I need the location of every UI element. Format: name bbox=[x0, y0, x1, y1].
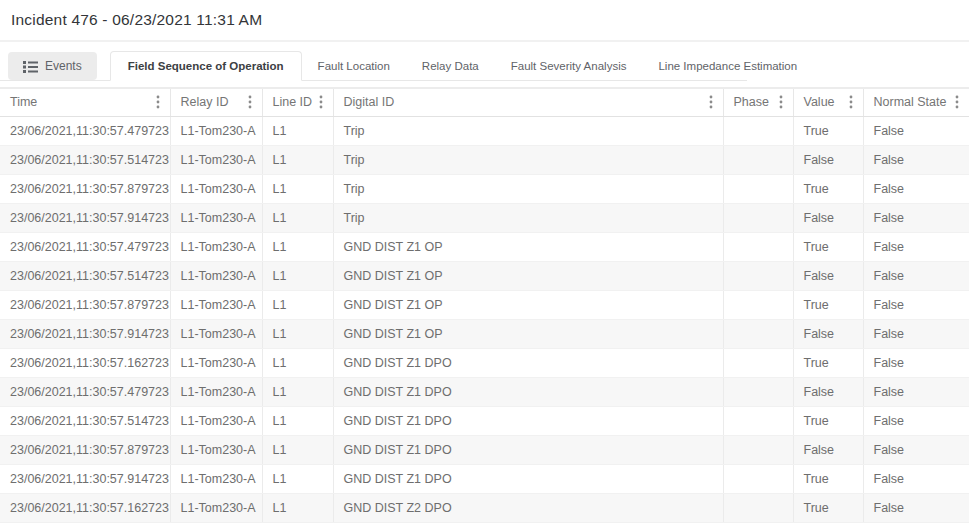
cell-time: 23/06/2021,11:30:57.162723 bbox=[0, 493, 170, 522]
table-row[interactable]: 23/06/2021,11:30:57.879723L1-Tom230-AL1T… bbox=[0, 174, 969, 203]
cell-line-id: L1 bbox=[262, 203, 333, 232]
column-menu-icon[interactable] bbox=[155, 93, 161, 111]
cell-relay-id: L1-Tom230-A bbox=[170, 145, 262, 174]
cell-time: 23/06/2021,11:30:57.914723 bbox=[0, 464, 170, 493]
column-menu-icon[interactable] bbox=[848, 93, 854, 111]
cell-time: 23/06/2021,11:30:57.479723 bbox=[0, 377, 170, 406]
table-row[interactable]: 23/06/2021,11:30:57.879723L1-Tom230-AL1G… bbox=[0, 435, 969, 464]
table-row[interactable]: 23/06/2021,11:30:57.914723L1-Tom230-AL1T… bbox=[0, 203, 969, 232]
cell-digital-id: GND DIST Z1 DPO bbox=[333, 348, 723, 377]
column-menu-icon[interactable] bbox=[708, 93, 714, 111]
cell-normal-state: False bbox=[863, 290, 969, 319]
column-header-digital-id[interactable]: Digital ID bbox=[333, 88, 723, 116]
cell-phase bbox=[723, 203, 793, 232]
tab-line-impedance-estimation[interactable]: Line Impedance Estimation bbox=[642, 52, 813, 80]
cell-phase bbox=[723, 232, 793, 261]
table-body: 23/06/2021,11:30:57.479723L1-Tom230-AL1T… bbox=[0, 116, 969, 522]
cell-normal-state: False bbox=[863, 203, 969, 232]
table-row[interactable]: 23/06/2021,11:30:57.914723L1-Tom230-AL1G… bbox=[0, 319, 969, 348]
tab-fault-location[interactable]: Fault Location bbox=[302, 52, 406, 80]
cell-digital-id: GND DIST Z1 DPO bbox=[333, 377, 723, 406]
column-header-value[interactable]: Value bbox=[793, 88, 863, 116]
cell-normal-state: False bbox=[863, 116, 969, 145]
cell-line-id: L1 bbox=[262, 232, 333, 261]
column-header-label: Digital ID bbox=[344, 95, 395, 109]
cell-relay-id: L1-Tom230-A bbox=[170, 435, 262, 464]
cell-time: 23/06/2021,11:30:57.514723 bbox=[0, 261, 170, 290]
cell-line-id: L1 bbox=[262, 145, 333, 174]
cell-relay-id: L1-Tom230-A bbox=[170, 348, 262, 377]
cell-time: 23/06/2021,11:30:57.162723 bbox=[0, 348, 170, 377]
cell-time: 23/06/2021,11:30:57.879723 bbox=[0, 174, 170, 203]
cell-phase bbox=[723, 406, 793, 435]
cell-phase bbox=[723, 377, 793, 406]
events-button[interactable]: Events bbox=[8, 52, 97, 80]
cell-value: False bbox=[793, 319, 863, 348]
cell-normal-state: False bbox=[863, 145, 969, 174]
table-row[interactable]: 23/06/2021,11:30:57.162723L1-Tom230-AL1G… bbox=[0, 348, 969, 377]
cell-normal-state: False bbox=[863, 319, 969, 348]
cell-value: False bbox=[793, 261, 863, 290]
cell-line-id: L1 bbox=[262, 377, 333, 406]
cell-digital-id: Trip bbox=[333, 174, 723, 203]
table-row[interactable]: 23/06/2021,11:30:57.879723L1-Tom230-AL1G… bbox=[0, 290, 969, 319]
cell-phase bbox=[723, 145, 793, 174]
cell-time: 23/06/2021,11:30:57.479723 bbox=[0, 116, 170, 145]
page-title: Incident 476 - 06/23/2021 11:31 AM bbox=[11, 11, 969, 29]
column-header-relay-id[interactable]: Relay ID bbox=[170, 88, 262, 116]
cell-digital-id: Trip bbox=[333, 145, 723, 174]
cell-line-id: L1 bbox=[262, 261, 333, 290]
table-row[interactable]: 23/06/2021,11:30:57.514723L1-Tom230-AL1T… bbox=[0, 145, 969, 174]
table-row[interactable]: 23/06/2021,11:30:57.162723L1-Tom230-AL1G… bbox=[0, 493, 969, 522]
cell-relay-id: L1-Tom230-A bbox=[170, 116, 262, 145]
tab-fault-severity-analysis[interactable]: Fault Severity Analysis bbox=[495, 52, 643, 80]
events-grid: Time Relay ID Line ID bbox=[0, 87, 969, 523]
tab-strip: Events Field Sequence of Operation Fault… bbox=[0, 46, 747, 81]
cell-relay-id: L1-Tom230-A bbox=[170, 464, 262, 493]
cell-normal-state: False bbox=[863, 464, 969, 493]
column-header-time[interactable]: Time bbox=[0, 88, 170, 116]
cell-value: True bbox=[793, 232, 863, 261]
tab-relay-data[interactable]: Relay Data bbox=[406, 52, 495, 80]
cell-digital-id: Trip bbox=[333, 203, 723, 232]
table-row[interactable]: 23/06/2021,11:30:57.914723L1-Tom230-AL1G… bbox=[0, 464, 969, 493]
cell-normal-state: False bbox=[863, 232, 969, 261]
cell-relay-id: L1-Tom230-A bbox=[170, 319, 262, 348]
cell-digital-id: GND DIST Z1 DPO bbox=[333, 435, 723, 464]
cell-line-id: L1 bbox=[262, 116, 333, 145]
cell-time: 23/06/2021,11:30:57.879723 bbox=[0, 290, 170, 319]
cell-relay-id: L1-Tom230-A bbox=[170, 493, 262, 522]
table-row[interactable]: 23/06/2021,11:30:57.514723L1-Tom230-AL1G… bbox=[0, 261, 969, 290]
table-row[interactable]: 23/06/2021,11:30:57.479723L1-Tom230-AL1G… bbox=[0, 232, 969, 261]
cell-line-id: L1 bbox=[262, 435, 333, 464]
column-header-normal-state[interactable]: Normal State bbox=[863, 88, 969, 116]
cell-line-id: L1 bbox=[262, 464, 333, 493]
table-row[interactable]: 23/06/2021,11:30:57.479723L1-Tom230-AL1T… bbox=[0, 116, 969, 145]
cell-relay-id: L1-Tom230-A bbox=[170, 174, 262, 203]
column-menu-icon[interactable] bbox=[247, 93, 253, 111]
cell-relay-id: L1-Tom230-A bbox=[170, 261, 262, 290]
table-row[interactable]: 23/06/2021,11:30:57.514723L1-Tom230-AL1G… bbox=[0, 406, 969, 435]
cell-phase bbox=[723, 493, 793, 522]
events-button-label: Events bbox=[45, 59, 82, 73]
events-table: Time Relay ID Line ID bbox=[0, 87, 969, 523]
cell-time: 23/06/2021,11:30:57.914723 bbox=[0, 319, 170, 348]
column-menu-icon[interactable] bbox=[318, 93, 324, 111]
column-header-label: Line ID bbox=[273, 95, 313, 109]
cell-line-id: L1 bbox=[262, 493, 333, 522]
cell-value: True bbox=[793, 406, 863, 435]
cell-relay-id: L1-Tom230-A bbox=[170, 377, 262, 406]
cell-time: 23/06/2021,11:30:57.479723 bbox=[0, 232, 170, 261]
cell-value: True bbox=[793, 464, 863, 493]
table-row[interactable]: 23/06/2021,11:30:57.479723L1-Tom230-AL1G… bbox=[0, 377, 969, 406]
column-menu-icon[interactable] bbox=[778, 93, 784, 111]
cell-digital-id: GND DIST Z1 DPO bbox=[333, 464, 723, 493]
cell-time: 23/06/2021,11:30:57.879723 bbox=[0, 435, 170, 464]
column-menu-icon[interactable] bbox=[954, 93, 960, 111]
cell-digital-id: GND DIST Z1 OP bbox=[333, 261, 723, 290]
cell-relay-id: L1-Tom230-A bbox=[170, 406, 262, 435]
cell-normal-state: False bbox=[863, 348, 969, 377]
column-header-line-id[interactable]: Line ID bbox=[262, 88, 333, 116]
column-header-phase[interactable]: Phase bbox=[723, 88, 793, 116]
tab-field-sequence-of-operation[interactable]: Field Sequence of Operation bbox=[110, 51, 302, 81]
